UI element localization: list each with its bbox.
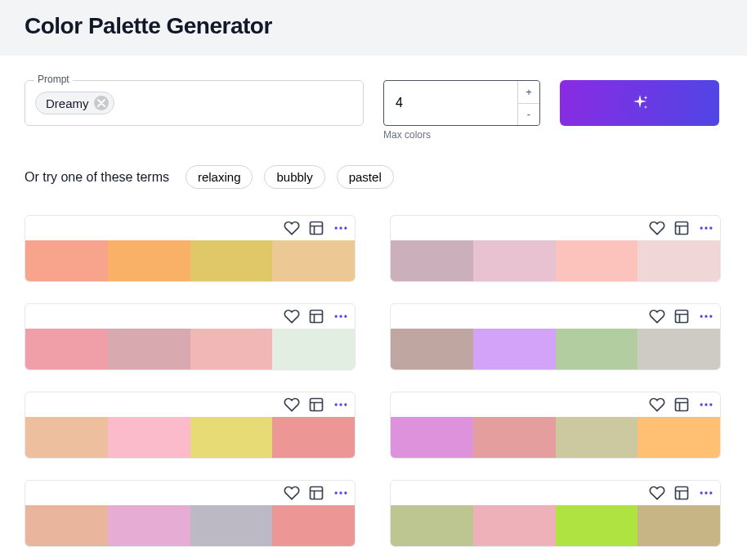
more-icon[interactable]: [697, 396, 715, 414]
palette-card: [390, 480, 721, 547]
palette-card: [390, 303, 721, 370]
svg-rect-36: [311, 487, 323, 500]
prompt-field-wrap: Prompt Dreamy: [25, 80, 364, 126]
color-swatch[interactable]: [108, 417, 190, 458]
color-swatch[interactable]: [272, 417, 355, 458]
svg-point-22: [705, 315, 707, 317]
more-icon[interactable]: [332, 307, 350, 325]
more-icon[interactable]: [697, 307, 715, 325]
svg-point-16: [339, 315, 342, 317]
heart-icon[interactable]: [648, 219, 666, 237]
svg-point-46: [705, 491, 707, 494]
svg-point-17: [344, 315, 347, 317]
color-swatch[interactable]: [108, 505, 190, 546]
generate-button[interactable]: [560, 80, 719, 126]
color-swatch[interactable]: [637, 329, 720, 370]
palette-card-header: [25, 304, 355, 329]
color-swatch[interactable]: [190, 505, 273, 546]
details-icon[interactable]: [673, 219, 691, 237]
heart-icon[interactable]: [648, 484, 666, 502]
color-swatch[interactable]: [190, 329, 273, 370]
palette-card-header: [391, 481, 720, 505]
color-swatch[interactable]: [25, 240, 108, 281]
suggestion-pill[interactable]: pastel: [337, 165, 394, 189]
color-swatch[interactable]: [391, 240, 473, 281]
details-icon[interactable]: [673, 307, 691, 325]
details-icon[interactable]: [307, 396, 325, 414]
svg-point-27: [335, 403, 338, 405]
heart-icon[interactable]: [283, 484, 301, 502]
color-swatch[interactable]: [272, 240, 355, 281]
more-icon[interactable]: [332, 219, 350, 237]
color-swatch[interactable]: [556, 329, 638, 370]
color-swatch[interactable]: [473, 240, 556, 281]
svg-point-11: [709, 226, 712, 229]
more-icon[interactable]: [332, 484, 350, 502]
stepper-up-button[interactable]: +: [518, 81, 539, 104]
prompt-input[interactable]: Dreamy: [25, 80, 364, 126]
svg-point-9: [700, 226, 703, 229]
sparkle-icon: [630, 93, 650, 113]
color-swatch[interactable]: [473, 329, 556, 370]
details-icon[interactable]: [673, 396, 691, 414]
palette-card-header: [391, 392, 720, 417]
color-swatch[interactable]: [272, 329, 355, 370]
color-swatch[interactable]: [108, 329, 190, 370]
details-icon[interactable]: [673, 484, 691, 502]
palette-card: [25, 303, 356, 370]
palette-swatches: [25, 505, 355, 546]
color-swatch[interactable]: [637, 240, 720, 281]
heart-icon[interactable]: [648, 396, 666, 414]
details-icon[interactable]: [307, 484, 325, 502]
more-icon[interactable]: [332, 396, 350, 414]
color-swatch[interactable]: [272, 505, 355, 546]
svg-point-10: [705, 226, 707, 229]
suggestion-pill[interactable]: relaxing: [186, 165, 253, 189]
color-swatch[interactable]: [637, 505, 720, 546]
color-swatch[interactable]: [556, 505, 638, 546]
heart-icon[interactable]: [283, 396, 301, 414]
suggestion-pill[interactable]: bubbly: [264, 165, 324, 189]
heart-icon[interactable]: [283, 307, 301, 325]
details-icon[interactable]: [307, 219, 325, 237]
color-swatch[interactable]: [190, 240, 273, 281]
page-header: Color Palette Generator: [0, 0, 747, 56]
color-swatch[interactable]: [473, 505, 556, 546]
more-icon[interactable]: [697, 219, 715, 237]
prompt-tag: Dreamy: [35, 92, 114, 114]
color-swatch[interactable]: [25, 417, 108, 458]
palette-card-header: [25, 392, 355, 417]
max-colors-stepper: + -: [517, 81, 539, 125]
color-swatch[interactable]: [25, 505, 108, 546]
heart-icon[interactable]: [283, 219, 301, 237]
suggestions-list: relaxing bubbly pastel: [186, 165, 394, 189]
color-swatch[interactable]: [25, 329, 108, 370]
color-swatch[interactable]: [637, 417, 720, 458]
palette-swatches: [391, 417, 720, 458]
max-colors-input[interactable]: [384, 81, 517, 125]
heart-icon[interactable]: [648, 307, 666, 325]
color-swatch[interactable]: [473, 417, 556, 458]
more-icon[interactable]: [697, 484, 715, 502]
svg-point-34: [705, 403, 707, 405]
svg-point-23: [709, 315, 712, 317]
color-swatch[interactable]: [391, 417, 473, 458]
details-icon[interactable]: [307, 307, 325, 325]
color-swatch[interactable]: [391, 329, 473, 370]
max-colors-field: + -: [383, 80, 540, 126]
svg-point-47: [709, 491, 712, 494]
palette-card: [390, 392, 721, 459]
palette-swatches: [25, 417, 355, 458]
color-swatch[interactable]: [190, 417, 273, 458]
controls-row: Prompt Dreamy + - Max colors: [25, 80, 722, 141]
color-swatch[interactable]: [391, 505, 473, 546]
suggestions-row: Or try one of these terms relaxing bubbl…: [25, 165, 722, 189]
close-icon[interactable]: [94, 96, 109, 110]
main-content: Prompt Dreamy + - Max colors: [0, 56, 747, 560]
color-swatch[interactable]: [556, 417, 638, 458]
color-swatch[interactable]: [556, 240, 638, 281]
max-colors-field-wrap: + - Max colors: [383, 80, 540, 141]
color-swatch[interactable]: [108, 240, 190, 281]
stepper-down-button[interactable]: -: [518, 104, 539, 126]
palette-swatches: [25, 240, 355, 281]
